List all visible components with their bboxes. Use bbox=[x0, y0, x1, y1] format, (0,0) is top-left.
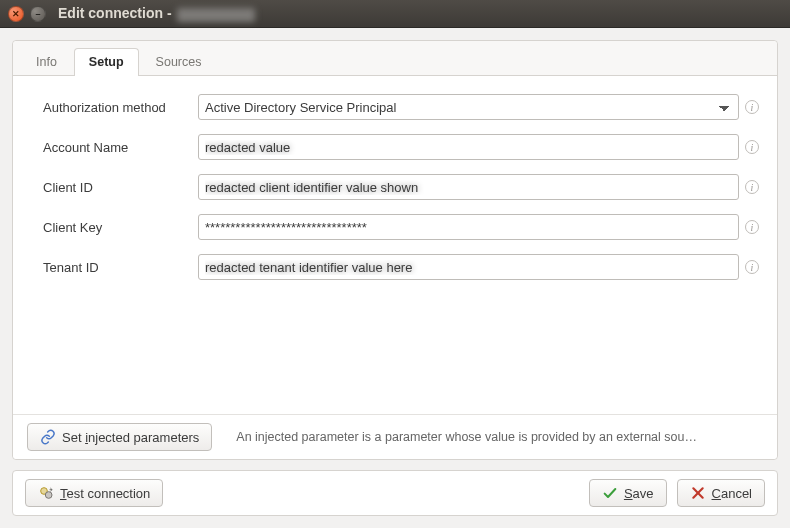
select-auth-method[interactable]: Active Directory Service Principal bbox=[198, 94, 739, 120]
row-tenant-id: Tenant ID i bbox=[43, 254, 759, 280]
setup-form: Authorization method Active Directory Se… bbox=[13, 76, 777, 414]
cancel-label: Cancel bbox=[712, 486, 752, 501]
window-title-prefix: Edit connection - bbox=[58, 5, 175, 21]
save-button[interactable]: Save bbox=[589, 479, 667, 507]
set-injected-parameters-label: Set injected parameters bbox=[62, 430, 199, 445]
info-icon[interactable]: i bbox=[745, 140, 759, 154]
tab-bar: Info Setup Sources bbox=[13, 41, 777, 76]
test-connection-button[interactable]: Test connection bbox=[25, 479, 163, 507]
dialog-button-bar: Test connection Save Cancel bbox=[12, 470, 778, 516]
row-auth-method: Authorization method Active Directory Se… bbox=[43, 94, 759, 120]
injected-parameters-description: An injected parameter is a parameter who… bbox=[236, 430, 763, 444]
window-title: Edit connection - bbox=[58, 5, 255, 21]
card-footer: Set injected parameters An injected para… bbox=[13, 414, 777, 459]
label-client-id: Client ID bbox=[43, 180, 198, 195]
test-connection-label: Test connection bbox=[60, 486, 150, 501]
label-client-key: Client Key bbox=[43, 220, 198, 235]
window-minimize-button[interactable]: – bbox=[30, 6, 46, 22]
info-icon[interactable]: i bbox=[745, 180, 759, 194]
window-title-redacted bbox=[177, 8, 255, 22]
cancel-button[interactable]: Cancel bbox=[677, 479, 765, 507]
row-client-id: Client ID i bbox=[43, 174, 759, 200]
tab-sources[interactable]: Sources bbox=[141, 48, 217, 76]
row-client-key: Client Key i bbox=[43, 214, 759, 240]
info-icon[interactable]: i bbox=[745, 220, 759, 234]
check-icon bbox=[602, 485, 618, 501]
info-icon[interactable]: i bbox=[745, 100, 759, 114]
label-auth-method: Authorization method bbox=[43, 100, 198, 115]
main-card: Info Setup Sources Authorization method … bbox=[12, 40, 778, 460]
set-injected-parameters-button[interactable]: Set injected parameters bbox=[27, 423, 212, 451]
save-label: Save bbox=[624, 486, 654, 501]
test-connection-icon bbox=[38, 485, 54, 501]
input-client-id[interactable] bbox=[198, 174, 739, 200]
cross-icon bbox=[690, 485, 706, 501]
input-tenant-id[interactable] bbox=[198, 254, 739, 280]
info-icon[interactable]: i bbox=[745, 260, 759, 274]
window-close-button[interactable]: ✕ bbox=[8, 6, 24, 22]
link-icon bbox=[40, 429, 56, 445]
window-titlebar: ✕ – Edit connection - bbox=[0, 0, 790, 28]
svg-point-1 bbox=[45, 492, 52, 499]
row-account-name: Account Name i bbox=[43, 134, 759, 160]
label-tenant-id: Tenant ID bbox=[43, 260, 198, 275]
input-client-key[interactable] bbox=[198, 214, 739, 240]
tab-info[interactable]: Info bbox=[21, 48, 72, 76]
tab-setup[interactable]: Setup bbox=[74, 48, 139, 76]
label-account-name: Account Name bbox=[43, 140, 198, 155]
input-account-name[interactable] bbox=[198, 134, 739, 160]
